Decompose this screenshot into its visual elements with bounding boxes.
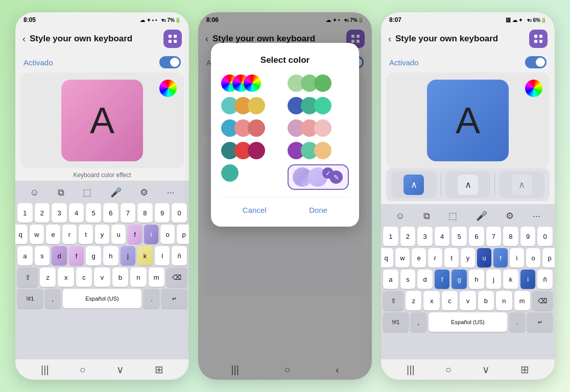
zrow-1: ⇧ z x c v b n m ⌫ <box>17 267 187 287</box>
time-3: 8:07 <box>389 16 401 23</box>
nav-kb-3[interactable]: ⊞ <box>520 363 529 376</box>
num-row-1: 1 2 3 4 5 6 7 8 9 0 <box>17 203 187 223</box>
app-header-1: ‹ Style your own keyboard <box>15 26 189 52</box>
sticker-btn-1[interactable]: ⬚ <box>81 186 93 199</box>
color-option-rainbow[interactable] <box>221 75 282 92</box>
settings-btn-3[interactable]: ⚙ <box>504 209 516 223</box>
color-option-single-teal[interactable] <box>221 164 282 190</box>
nav-kb-1[interactable]: ⊞ <box>155 363 163 376</box>
phone-2: 8:06 ☁ ✦ • ▾ᵢᵢ 7%🔋 ‹ Style your own keyb… <box>198 12 372 380</box>
clipboard-btn-3[interactable]: ⧉ <box>421 210 432 223</box>
page-title-1: Style your own keyboard <box>30 34 159 44</box>
key-0-1[interactable]: 0 <box>172 203 187 223</box>
key-3-1[interactable]: 3 <box>52 203 67 223</box>
color-picker-modal: Select color <box>211 43 359 227</box>
keyboard-1: ☺ ⧉ ⬚ 🎤 ⚙ ··· 1 2 3 4 5 6 7 8 9 0 q <box>15 181 189 359</box>
grid-icon-3[interactable] <box>529 30 548 48</box>
color-effect-label-1: Keyboard color effect <box>15 168 189 181</box>
cancel-button[interactable]: Cancel <box>230 202 279 218</box>
nav-home-3[interactable]: ○ <box>445 364 452 376</box>
svg-rect-3 <box>174 40 177 43</box>
emoji-btn-1[interactable]: ☺ <box>28 186 41 199</box>
botrow-1: !#1 , Español (US) . ↵ <box>17 289 187 308</box>
toggle-row-3: Activado <box>381 52 555 72</box>
color-picker-overlay: Select color <box>198 12 372 380</box>
svg-rect-9 <box>539 35 542 38</box>
svg-rect-11 <box>539 40 542 43</box>
mini-preview-1[interactable]: ∧ <box>391 172 437 198</box>
grid-icon-1[interactable] <box>163 30 182 48</box>
keyboard-3: ☺ ⧉ ⬚ 🎤 ⚙ ··· 1 2 3 4 5 6 7 8 9 0 q <box>381 204 555 359</box>
kb-toolbar-1: ☺ ⧉ ⬚ 🎤 ⚙ ··· <box>17 184 187 201</box>
mic-btn-3[interactable]: 🎤 <box>474 209 489 223</box>
preview-key-3: A <box>427 80 509 161</box>
color-option-blue-teal[interactable] <box>288 97 349 114</box>
more-btn-3[interactable]: ··· <box>531 210 542 223</box>
key-9-1[interactable]: 9 <box>155 203 170 223</box>
color-ball-1[interactable] <box>159 80 177 97</box>
nav-recent-3[interactable]: ||| <box>407 364 415 376</box>
preview-area-1: A <box>20 72 184 168</box>
zrow-3: ⇧ z x c v b n m ⌫ <box>383 291 553 310</box>
key-7-1[interactable]: 7 <box>121 203 136 223</box>
key-1-1[interactable]: 1 <box>17 203 33 223</box>
clipboard-btn-1[interactable]: ⧉ <box>56 186 66 199</box>
svg-rect-0 <box>169 35 172 38</box>
key-2-1[interactable]: 2 <box>35 203 50 223</box>
bottom-nav-3: ||| ○ ∨ ⊞ <box>381 359 555 380</box>
arow-3: a s d f g h j k l ñ <box>383 270 553 289</box>
key-4-1[interactable]: 4 <box>69 203 84 223</box>
kb-toolbar-3: ☺ ⧉ ⬚ 🎤 ⚙ ··· <box>383 207 553 225</box>
status-icons-3: 🖼 ☁ ✦ ▾ᵢᵢ 6%🔋 <box>506 17 547 23</box>
color-option-green[interactable] <box>288 75 349 92</box>
page-title-3: Style your own keyboard <box>395 34 525 44</box>
more-btn-1[interactable]: ··· <box>165 186 177 199</box>
phones-container: 8:05 ☁ ✦ ▪ • ▾ᵢᵢ 7%🔋 ‹ Style your own ke… <box>5 2 565 390</box>
preview-area-3: A <box>386 72 550 168</box>
toggle-label-1: Activado <box>23 58 53 67</box>
color-option-teal-yellow[interactable] <box>221 97 282 114</box>
mini-preview-3[interactable]: ∧ <box>499 172 544 198</box>
key-5-1[interactable]: 5 <box>86 203 101 223</box>
qrow-1: q w e r t y u f i o p <box>17 225 187 244</box>
status-bar-1: 8:05 ☁ ✦ ▪ • ▾ᵢᵢ 7%🔋 <box>15 12 189 26</box>
toggle-row-1: Activado <box>15 52 189 72</box>
emoji-btn-3[interactable]: ☺ <box>393 210 407 223</box>
modal-actions: Cancel Done <box>221 197 349 218</box>
mic-btn-1[interactable]: 🎤 <box>108 186 124 199</box>
phone-1: 8:05 ☁ ✦ ▪ • ▾ᵢᵢ 7%🔋 ‹ Style your own ke… <box>15 12 189 380</box>
back-button-3[interactable]: ‹ <box>388 34 391 44</box>
toggle-switch-1[interactable] <box>159 56 181 68</box>
color-option-blue-pink[interactable] <box>221 119 282 137</box>
nav-home-1[interactable]: ○ <box>80 364 86 376</box>
color-ball-3[interactable] <box>525 80 542 97</box>
mini-preview-2[interactable]: ∧ <box>445 172 491 198</box>
toggle-switch-3[interactable] <box>525 56 547 68</box>
back-button-1[interactable]: ‹ <box>22 34 26 44</box>
arow-1: a s d f g h j k l ñ <box>17 246 187 265</box>
settings-btn-1[interactable]: ⚙ <box>138 186 150 199</box>
nav-recent-1[interactable]: ||| <box>41 364 49 376</box>
sticker-btn-3[interactable]: ⬚ <box>446 209 459 223</box>
svg-rect-2 <box>169 40 172 43</box>
color-option-selected-custom[interactable]: ✓ ✎ <box>288 164 349 190</box>
nav-back-3[interactable]: ∨ <box>482 363 490 376</box>
time-1: 8:05 <box>23 16 36 23</box>
svg-rect-8 <box>534 35 537 38</box>
svg-rect-10 <box>534 40 537 43</box>
svg-rect-1 <box>174 35 177 38</box>
color-option-purple-teal-peach[interactable] <box>288 142 349 159</box>
mini-previews: ∧ ∧ ∧ <box>386 168 550 201</box>
toggle-label-3: Activado <box>389 58 419 67</box>
modal-title: Select color <box>221 55 349 65</box>
key-8-1[interactable]: 8 <box>137 203 153 223</box>
preview-key-1: A <box>61 80 143 161</box>
num-row-3: 1 2 3 4 5 6 7 8 9 0 <box>383 227 553 246</box>
done-button[interactable]: Done <box>297 202 340 218</box>
botrow-3: !#1 , Español (US) . ↵ <box>383 312 553 332</box>
phone-3: 8:07 🖼 ☁ ✦ ▾ᵢᵢ 6%🔋 ‹ Style your own keyb… <box>381 12 555 380</box>
key-6-1[interactable]: 6 <box>103 203 118 223</box>
nav-back-1[interactable]: ∨ <box>116 363 124 376</box>
color-option-dark-teal-red[interactable] <box>221 142 282 159</box>
color-option-purple-pink[interactable] <box>288 119 349 137</box>
